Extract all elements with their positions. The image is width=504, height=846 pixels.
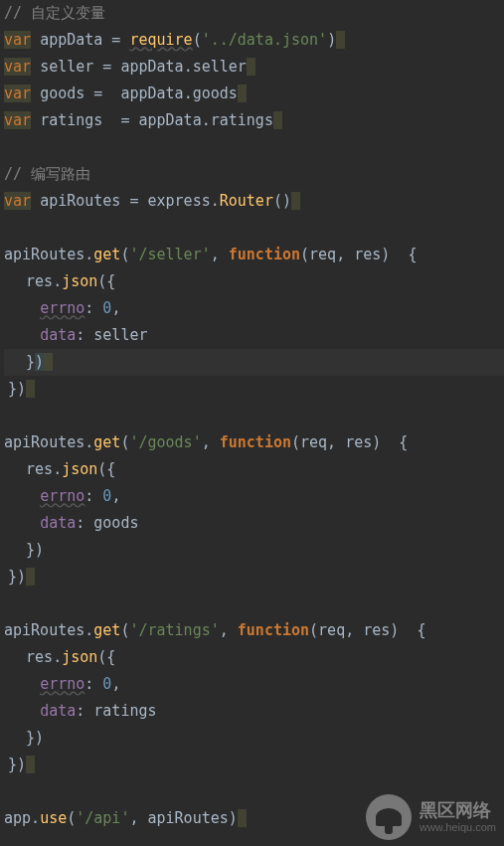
- blank-line: [4, 215, 504, 242]
- comment: // 编写路由: [4, 165, 90, 183]
- code-line: }): [4, 752, 504, 778]
- code-line: apiRoutes.get('/seller', function(req, r…: [4, 242, 504, 268]
- string-literal: '../data.json': [202, 31, 327, 49]
- code-line: }): [4, 537, 504, 564]
- code-line: data: seller: [4, 322, 504, 349]
- watermark-text: 黑区网络 www.heiqu.com: [420, 800, 496, 835]
- watermark-title: 黑区网络: [420, 800, 496, 822]
- keyword-var: var: [4, 192, 31, 210]
- code-line: // 自定义变量: [4, 0, 504, 27]
- code-line: res.json({: [4, 268, 504, 295]
- code-line: // 编写路由: [4, 161, 504, 188]
- comment: // 自定义变量: [4, 4, 105, 22]
- code-line: var goods = appData.goods: [4, 81, 504, 107]
- code-line: var seller = appData.seller: [4, 54, 504, 81]
- code-editor[interactable]: // 自定义变量 var appData = require('../data.…: [0, 0, 504, 832]
- fn-call: require: [129, 31, 192, 49]
- code-line: var appData = require('../data.json'): [4, 27, 504, 54]
- keyword-var: var: [4, 58, 31, 76]
- code-line: errno: 0,: [4, 295, 504, 322]
- code-line: data: goods: [4, 510, 504, 537]
- code-line: }): [4, 376, 504, 403]
- code-line: apiRoutes.get('/ratings', function(req, …: [4, 617, 504, 644]
- code-line: errno: 0,: [4, 483, 504, 510]
- code-line: }): [4, 725, 504, 752]
- code-line: data: ratings: [4, 698, 504, 725]
- blank-line: [4, 134, 504, 161]
- code-line: var ratings = appData.ratings: [4, 107, 504, 134]
- keyword-var: var: [4, 31, 31, 49]
- keyword-var: var: [4, 85, 31, 102]
- watermark-logo-icon: [366, 794, 412, 840]
- code-line: var apiRoutes = express.Router(): [4, 188, 504, 215]
- watermark: 黑区网络 www.heiqu.com: [366, 794, 496, 840]
- code-line: res.json({: [4, 456, 504, 483]
- keyword-var: var: [4, 111, 31, 129]
- code-line: res.json({: [4, 644, 504, 671]
- code-line: errno: 0,: [4, 671, 504, 698]
- watermark-url: www.heiqu.com: [420, 821, 496, 834]
- code-line-active: }): [4, 349, 504, 376]
- blank-line: [4, 403, 504, 429]
- identifier: appData: [40, 31, 102, 49]
- code-line: apiRoutes.get('/goods', function(req, re…: [4, 429, 504, 456]
- code-line: }): [4, 564, 504, 591]
- blank-line: [4, 591, 504, 617]
